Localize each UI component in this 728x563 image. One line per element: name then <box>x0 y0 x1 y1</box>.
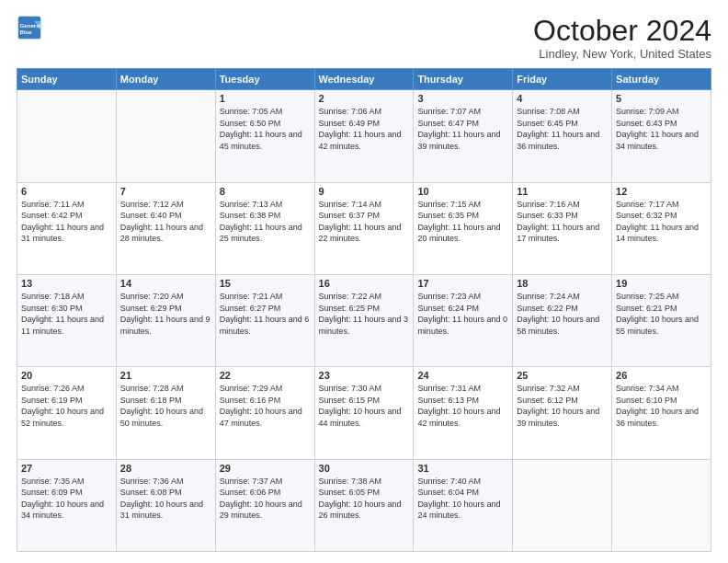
calendar-day-cell: 2Sunrise: 7:06 AM Sunset: 6:49 PM Daylig… <box>314 90 414 182</box>
day-number: 23 <box>319 370 410 381</box>
calendar-day-cell: 15Sunrise: 7:21 AM Sunset: 6:27 PM Dayli… <box>215 274 314 366</box>
day-content: Sunrise: 7:16 AM Sunset: 6:33 PM Dayligh… <box>517 199 608 245</box>
calendar-week-row: 6Sunrise: 7:11 AM Sunset: 6:42 PM Daylig… <box>17 182 711 274</box>
location: Lindley, New York, United States <box>533 47 711 61</box>
day-content: Sunrise: 7:05 AM Sunset: 6:50 PM Dayligh… <box>220 106 311 152</box>
day-content: Sunrise: 7:13 AM Sunset: 6:38 PM Dayligh… <box>220 199 311 245</box>
calendar-day-cell: 27Sunrise: 7:35 AM Sunset: 6:09 PM Dayli… <box>17 459 117 551</box>
day-number: 17 <box>417 278 508 289</box>
calendar-day-cell: 30Sunrise: 7:38 AM Sunset: 6:05 PM Dayli… <box>314 459 414 551</box>
calendar-day-cell: 8Sunrise: 7:13 AM Sunset: 6:38 PM Daylig… <box>215 182 314 274</box>
day-number: 3 <box>417 93 508 104</box>
day-content: Sunrise: 7:18 AM Sunset: 6:30 PM Dayligh… <box>21 291 112 337</box>
day-number: 22 <box>220 370 311 381</box>
calendar-header-cell: Wednesday <box>314 69 414 90</box>
calendar-day-cell: 31Sunrise: 7:40 AM Sunset: 6:04 PM Dayli… <box>414 459 513 551</box>
day-number: 10 <box>417 186 508 197</box>
calendar-week-row: 13Sunrise: 7:18 AM Sunset: 6:30 PM Dayli… <box>17 274 711 366</box>
calendar-day-cell: 6Sunrise: 7:11 AM Sunset: 6:42 PM Daylig… <box>17 182 117 274</box>
day-content: Sunrise: 7:07 AM Sunset: 6:47 PM Dayligh… <box>417 106 508 152</box>
calendar-table: SundayMondayTuesdayWednesdayThursdayFrid… <box>17 68 711 552</box>
day-number: 5 <box>616 93 707 104</box>
day-content: Sunrise: 7:09 AM Sunset: 6:43 PM Dayligh… <box>616 106 707 152</box>
day-content: Sunrise: 7:08 AM Sunset: 6:45 PM Dayligh… <box>517 106 608 152</box>
calendar-header-cell: Saturday <box>612 69 711 90</box>
day-content: Sunrise: 7:26 AM Sunset: 6:19 PM Dayligh… <box>21 383 112 429</box>
calendar-day-cell: 12Sunrise: 7:17 AM Sunset: 6:32 PM Dayli… <box>612 182 711 274</box>
calendar-day-cell: 21Sunrise: 7:28 AM Sunset: 6:18 PM Dayli… <box>116 367 215 459</box>
logo: General Blue <box>17 15 42 40</box>
day-content: Sunrise: 7:22 AM Sunset: 6:25 PM Dayligh… <box>319 291 410 337</box>
day-content: Sunrise: 7:38 AM Sunset: 6:05 PM Dayligh… <box>319 476 410 522</box>
day-content: Sunrise: 7:25 AM Sunset: 6:21 PM Dayligh… <box>616 291 707 337</box>
calendar-day-cell: 9Sunrise: 7:14 AM Sunset: 6:37 PM Daylig… <box>314 182 414 274</box>
calendar-week-row: 27Sunrise: 7:35 AM Sunset: 6:09 PM Dayli… <box>17 459 711 551</box>
calendar-day-cell: 14Sunrise: 7:20 AM Sunset: 6:29 PM Dayli… <box>116 274 215 366</box>
calendar-day-cell: 3Sunrise: 7:07 AM Sunset: 6:47 PM Daylig… <box>414 90 513 182</box>
calendar-day-cell: 18Sunrise: 7:24 AM Sunset: 6:22 PM Dayli… <box>513 274 612 366</box>
day-content: Sunrise: 7:11 AM Sunset: 6:42 PM Dayligh… <box>21 199 112 245</box>
calendar-day-cell <box>612 459 711 551</box>
calendar-day-cell: 10Sunrise: 7:15 AM Sunset: 6:35 PM Dayli… <box>414 182 513 274</box>
day-number: 8 <box>220 186 311 197</box>
day-number: 4 <box>517 93 608 104</box>
day-number: 28 <box>120 463 211 474</box>
day-number: 24 <box>417 370 508 381</box>
day-content: Sunrise: 7:23 AM Sunset: 6:24 PM Dayligh… <box>417 291 508 337</box>
day-content: Sunrise: 7:06 AM Sunset: 6:49 PM Dayligh… <box>319 106 410 152</box>
day-number: 19 <box>616 278 707 289</box>
calendar-header-cell: Thursday <box>414 69 513 90</box>
day-number: 20 <box>21 370 112 381</box>
calendar-day-cell: 5Sunrise: 7:09 AM Sunset: 6:43 PM Daylig… <box>612 90 711 182</box>
day-number: 18 <box>517 278 608 289</box>
day-number: 29 <box>220 463 311 474</box>
calendar-day-cell: 13Sunrise: 7:18 AM Sunset: 6:30 PM Dayli… <box>17 274 117 366</box>
day-content: Sunrise: 7:28 AM Sunset: 6:18 PM Dayligh… <box>120 383 211 429</box>
day-content: Sunrise: 7:34 AM Sunset: 6:10 PM Dayligh… <box>616 383 707 429</box>
day-content: Sunrise: 7:20 AM Sunset: 6:29 PM Dayligh… <box>120 291 211 337</box>
calendar-header-cell: Tuesday <box>215 69 314 90</box>
calendar-header-cell: Friday <box>513 69 612 90</box>
calendar-header-row: SundayMondayTuesdayWednesdayThursdayFrid… <box>17 69 711 90</box>
calendar-day-cell: 1Sunrise: 7:05 AM Sunset: 6:50 PM Daylig… <box>215 90 314 182</box>
calendar-day-cell: 28Sunrise: 7:36 AM Sunset: 6:08 PM Dayli… <box>116 459 215 551</box>
calendar-day-cell: 23Sunrise: 7:30 AM Sunset: 6:15 PM Dayli… <box>314 367 414 459</box>
calendar-day-cell <box>17 90 117 182</box>
calendar-day-cell: 26Sunrise: 7:34 AM Sunset: 6:10 PM Dayli… <box>612 367 711 459</box>
calendar-day-cell: 24Sunrise: 7:31 AM Sunset: 6:13 PM Dayli… <box>414 367 513 459</box>
day-number: 21 <box>120 370 211 381</box>
calendar-day-cell <box>513 459 612 551</box>
day-number: 15 <box>220 278 311 289</box>
day-number: 7 <box>120 186 211 197</box>
svg-text:Blue: Blue <box>20 29 33 35</box>
day-number: 1 <box>220 93 311 104</box>
calendar-header-cell: Monday <box>116 69 215 90</box>
day-number: 13 <box>21 278 112 289</box>
calendar-day-cell: 29Sunrise: 7:37 AM Sunset: 6:06 PM Dayli… <box>215 459 314 551</box>
calendar-day-cell: 25Sunrise: 7:32 AM Sunset: 6:12 PM Dayli… <box>513 367 612 459</box>
page: General Blue October 2024 Lindley, New Y… <box>0 0 728 563</box>
calendar-day-cell: 19Sunrise: 7:25 AM Sunset: 6:21 PM Dayli… <box>612 274 711 366</box>
day-content: Sunrise: 7:24 AM Sunset: 6:22 PM Dayligh… <box>517 291 608 337</box>
svg-text:General: General <box>20 22 41 29</box>
calendar-week-row: 1Sunrise: 7:05 AM Sunset: 6:50 PM Daylig… <box>17 90 711 182</box>
day-content: Sunrise: 7:37 AM Sunset: 6:06 PM Dayligh… <box>220 476 311 522</box>
month-title: October 2024 <box>533 15 711 47</box>
day-content: Sunrise: 7:21 AM Sunset: 6:27 PM Dayligh… <box>220 291 311 337</box>
day-content: Sunrise: 7:40 AM Sunset: 6:04 PM Dayligh… <box>417 476 508 522</box>
day-content: Sunrise: 7:29 AM Sunset: 6:16 PM Dayligh… <box>220 383 311 429</box>
day-content: Sunrise: 7:17 AM Sunset: 6:32 PM Dayligh… <box>616 199 707 245</box>
calendar-day-cell: 4Sunrise: 7:08 AM Sunset: 6:45 PM Daylig… <box>513 90 612 182</box>
calendar-day-cell: 7Sunrise: 7:12 AM Sunset: 6:40 PM Daylig… <box>116 182 215 274</box>
day-content: Sunrise: 7:36 AM Sunset: 6:08 PM Dayligh… <box>120 476 211 522</box>
day-number: 31 <box>417 463 508 474</box>
calendar-week-row: 20Sunrise: 7:26 AM Sunset: 6:19 PM Dayli… <box>17 367 711 459</box>
calendar-day-cell: 16Sunrise: 7:22 AM Sunset: 6:25 PM Dayli… <box>314 274 414 366</box>
day-number: 25 <box>517 370 608 381</box>
day-content: Sunrise: 7:14 AM Sunset: 6:37 PM Dayligh… <box>319 199 410 245</box>
day-number: 26 <box>616 370 707 381</box>
calendar-day-cell <box>116 90 215 182</box>
calendar-header-cell: Sunday <box>17 69 117 90</box>
day-number: 12 <box>616 186 707 197</box>
day-number: 11 <box>517 186 608 197</box>
